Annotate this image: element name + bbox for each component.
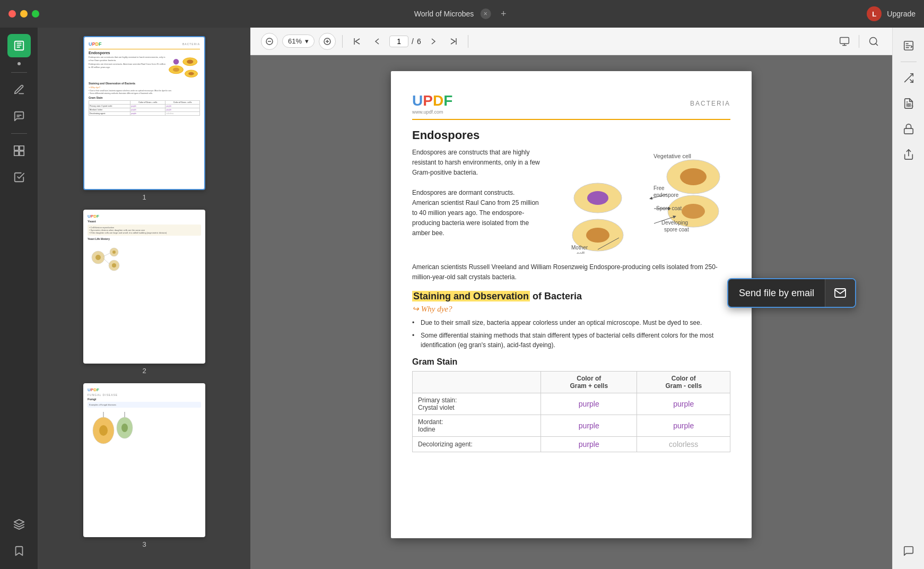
svg-point-23 bbox=[112, 263, 116, 268]
page-input[interactable] bbox=[389, 36, 408, 47]
presentation-button[interactable] bbox=[836, 33, 852, 49]
bullet-item-1: Due to their small size, bacteria appear… bbox=[412, 318, 730, 327]
svg-text:Vegetative cell: Vegetative cell bbox=[653, 153, 691, 159]
last-page-button[interactable] bbox=[446, 33, 461, 49]
upgrade-button[interactable]: Upgrade bbox=[887, 10, 916, 18]
svg-rect-70 bbox=[904, 128, 913, 134]
total-pages: 6 bbox=[417, 37, 421, 46]
staining-section: Staining and Observation of Bacteria ↪ W… bbox=[412, 291, 730, 350]
send-email-icon[interactable] bbox=[825, 279, 855, 307]
ocr-button[interactable] bbox=[897, 34, 920, 57]
pdf-text-col: Endospores are constructs that are highl… bbox=[412, 148, 542, 254]
zoom-in-button[interactable] bbox=[319, 33, 336, 50]
table-col-empty bbox=[413, 372, 541, 393]
pdf-logo: UPDF bbox=[412, 92, 452, 109]
thumbnail-item-1[interactable]: UPDF BACTERIA Endospores Endospores are … bbox=[83, 36, 205, 201]
toolbar-separator-3 bbox=[859, 35, 859, 48]
titlebar-right: L Upgrade bbox=[867, 6, 916, 21]
protect-button[interactable] bbox=[897, 117, 920, 141]
svg-point-19 bbox=[95, 255, 101, 260]
svg-text:Free: Free bbox=[653, 185, 665, 191]
staining-rest: of Bacteria bbox=[530, 291, 582, 301]
table-cell-row2-label: Mordant:Iodine bbox=[413, 415, 541, 437]
titlebar: World of Microbes × + L Upgrade bbox=[0, 0, 924, 28]
sidebar-bottom bbox=[7, 513, 31, 563]
staining-title: Staining and Observation of Bacteria bbox=[412, 291, 730, 302]
thumbnail-panel[interactable]: UPDF BACTERIA Endospores Endospores are … bbox=[38, 28, 250, 569]
add-tab-button[interactable]: + bbox=[497, 7, 510, 20]
toolbar-separator-1 bbox=[342, 35, 343, 48]
traffic-lights bbox=[8, 10, 39, 18]
document-title: World of Microbes bbox=[414, 10, 474, 18]
sidebar-item-stamps[interactable] bbox=[7, 166, 31, 189]
avatar[interactable]: L bbox=[867, 6, 882, 21]
page-separator: / bbox=[412, 37, 414, 46]
prev-page-button[interactable] bbox=[369, 33, 385, 49]
search-button[interactable] bbox=[866, 33, 882, 49]
minimize-traffic-light[interactable] bbox=[20, 10, 28, 18]
thumbnail-frame-1[interactable]: UPDF BACTERIA Endospores Endospores are … bbox=[83, 36, 205, 190]
share-button[interactable] bbox=[897, 143, 920, 166]
sidebar-item-pages[interactable] bbox=[7, 139, 31, 162]
svg-rect-8 bbox=[14, 151, 18, 156]
pdf-section-title: Endospores bbox=[412, 128, 730, 142]
pdf-header: UPDF www.updf.com BACTERIA bbox=[412, 92, 730, 120]
pdf-para1: Endospores are constructs that are highl… bbox=[412, 148, 542, 178]
next-page-button[interactable] bbox=[425, 33, 441, 49]
thumbnail-frame-2[interactable]: UPDF Yeast • Cell/division reproduction … bbox=[83, 210, 205, 364]
thumbnail-item-2[interactable]: UPDF Yeast • Cell/division reproduction … bbox=[83, 210, 205, 375]
chat-button[interactable] bbox=[897, 539, 920, 563]
svg-point-21 bbox=[112, 251, 116, 254]
svg-rect-9 bbox=[19, 151, 23, 156]
pdf-content-split: Endospores are constructs that are highl… bbox=[412, 148, 730, 254]
sidebar-item-annotation[interactable] bbox=[7, 105, 31, 128]
right-sidebar-sep-1 bbox=[901, 62, 917, 62]
convert-button[interactable] bbox=[897, 66, 920, 90]
svg-point-55 bbox=[586, 228, 609, 243]
thumbnail-frame-3[interactable]: UPDF FUNGAL DISEASE Fungi Examples of fu… bbox=[83, 383, 205, 537]
svg-point-12 bbox=[187, 60, 193, 64]
pdf-viewport[interactable]: UPDF www.updf.com BACTERIA Endospores En… bbox=[250, 55, 892, 569]
sidebar-item-layers[interactable] bbox=[7, 513, 31, 536]
table-row: Primary stain:Crystal violet purple purp… bbox=[413, 393, 730, 415]
svg-point-52 bbox=[682, 204, 705, 219]
pdf-logo-area: UPDF www.updf.com bbox=[412, 92, 452, 115]
gram-stain-table: Color ofGram + cells Color ofGram - cell… bbox=[412, 371, 730, 452]
pdf-page: UPDF www.updf.com BACTERIA Endospores En… bbox=[391, 71, 752, 538]
table-cell-row3-label: Decolorizing agent: bbox=[413, 437, 541, 452]
bullet-item-2: Some differential staining methods that … bbox=[412, 331, 730, 350]
thumbnail-item-3[interactable]: UPDF FUNGAL DISEASE Fungi Examples of fu… bbox=[83, 383, 205, 548]
close-traffic-light[interactable] bbox=[8, 10, 16, 18]
table-cell-row1-label: Primary stain:Crystal violet bbox=[413, 393, 541, 415]
page-display: / 6 bbox=[389, 36, 421, 47]
pdf-bacteria-label: BACTERIA bbox=[690, 100, 730, 107]
pdf-para3: American scientists Russell Vreeland and… bbox=[412, 262, 730, 282]
table-cell-row1-plus: purple bbox=[541, 393, 637, 415]
first-page-button[interactable] bbox=[349, 33, 365, 49]
svg-line-24 bbox=[103, 253, 110, 256]
zoom-out-button[interactable] bbox=[261, 33, 278, 50]
fullscreen-traffic-light[interactable] bbox=[32, 10, 39, 18]
sidebar-item-reader[interactable] bbox=[7, 34, 31, 57]
table-cell-row2-plus: purple bbox=[541, 415, 637, 437]
toolbar-right bbox=[836, 33, 882, 49]
staining-bold: Staining and Observation bbox=[412, 291, 530, 301]
zoom-level: 61% bbox=[288, 37, 302, 45]
svg-marker-10 bbox=[14, 520, 23, 524]
table-col-gram-plus: Color ofGram + cells bbox=[541, 372, 637, 393]
send-email-badge[interactable]: Send file by email bbox=[727, 278, 856, 308]
bullet-list: Due to their small size, bacteria appear… bbox=[412, 318, 730, 350]
toolbar-separator-2 bbox=[468, 35, 468, 48]
zoom-display[interactable]: 61% ▾ bbox=[282, 35, 315, 48]
svg-line-25 bbox=[103, 258, 110, 264]
pdf-a-button[interactable]: PDF/A bbox=[897, 92, 920, 115]
content-area: 61% ▾ / 6 bbox=[250, 28, 892, 569]
tab-close-button[interactable]: × bbox=[480, 8, 491, 19]
svg-point-14 bbox=[173, 68, 179, 72]
sidebar-item-pen[interactable] bbox=[7, 78, 31, 101]
sidebar-item-bookmark[interactable] bbox=[7, 539, 31, 563]
sidebar-dot-1 bbox=[18, 62, 21, 65]
table-cell-row3-minus: colorless bbox=[637, 437, 730, 452]
table-cell-row2-minus: purple bbox=[637, 415, 730, 437]
svg-point-50 bbox=[587, 191, 608, 205]
